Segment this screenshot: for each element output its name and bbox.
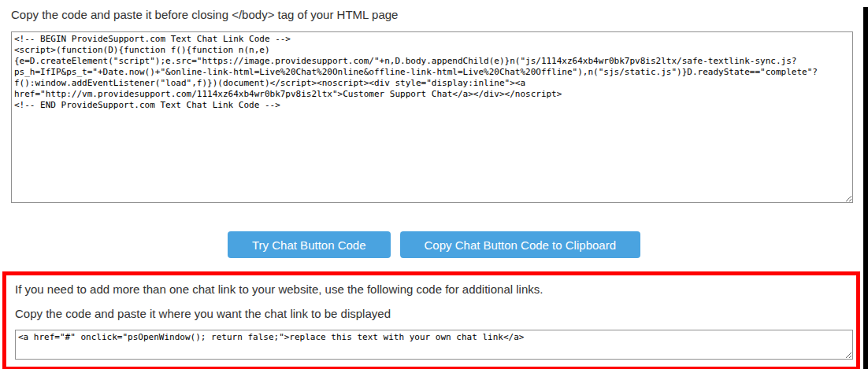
top-instruction: Copy the code and paste it before closin…: [11, 7, 868, 23]
chat-link-code-page: Copy the code and paste it before closin…: [0, 7, 868, 369]
right-edge-strip: [863, 7, 868, 369]
additional-links-section: If you need to add more than one chat li…: [2, 271, 860, 369]
chat-link-code-textarea[interactable]: <!-- BEGIN ProvideSupport.com Text Chat …: [11, 31, 853, 203]
button-row: Try Chat Button Code Copy Chat Button Co…: [0, 231, 868, 258]
additional-links-instruction: Copy the code and paste it where you wan…: [15, 306, 850, 322]
additional-links-note: If you need to add more than one chat li…: [15, 282, 850, 297]
copy-chat-button-code-to-clipboard-button[interactable]: Copy Chat Button Code to Clipboard: [400, 231, 640, 258]
try-chat-button-code-button[interactable]: Try Chat Button Code: [228, 231, 391, 258]
extra-chat-link-code-textarea[interactable]: <a href="#" onclick="psOpenWindow(); ret…: [15, 330, 853, 360]
